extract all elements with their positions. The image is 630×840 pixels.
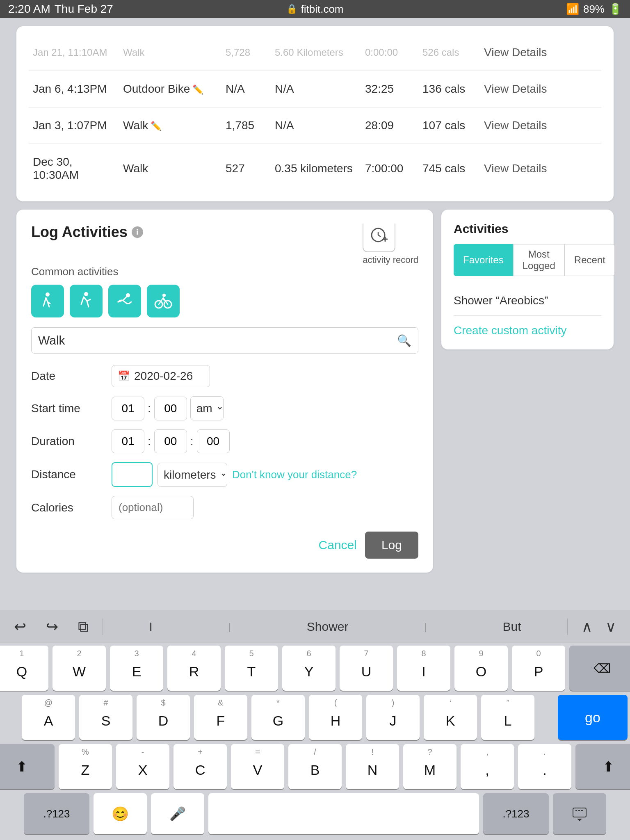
distance-input[interactable] [112,462,153,487]
activity-record-label: activity record [363,255,418,265]
swim-icon-btn[interactable] [108,285,141,317]
activity-calories: 107 cals [418,107,480,144]
key-e[interactable]: 3E [110,646,163,691]
walk-icon [38,291,57,311]
duration-row: Duration : : [31,429,418,453]
activity-type: Walk✏️ [119,107,221,144]
tab-favorites[interactable]: Favorites [454,244,513,276]
key-c[interactable]: +C [173,744,227,789]
log-form-card: activity record Log Activities i Common … [16,210,433,573]
lock-icon: 🔒 [286,4,297,14]
key-x[interactable]: -X [116,744,169,789]
space-key[interactable] [208,793,479,834]
unit-select[interactable]: kilometers miles [158,463,227,487]
run-icon-btn[interactable] [70,285,103,317]
key-f[interactable]: &F [194,695,247,740]
redo-button[interactable]: ↪ [40,614,64,639]
nav-up-button[interactable]: ∧ [576,614,598,639]
start-hour-input[interactable] [112,397,144,420]
key-h[interactable]: (H [309,695,362,740]
key-t[interactable]: 5T [225,646,278,691]
key-k[interactable]: ‘K [424,695,477,740]
go-key[interactable]: go [558,695,628,740]
activity-steps: N/A [221,71,271,107]
dont-know-distance-link[interactable]: Don't know your distance? [232,468,357,481]
key-u[interactable]: 7U [340,646,393,691]
ampm-select[interactable]: am pm [190,396,224,420]
walk-icon-btn[interactable] [31,285,64,317]
key-z[interactable]: %Z [59,744,112,789]
go-label: go [585,710,600,726]
calories-input[interactable] [112,496,194,519]
key-,[interactable]: ,, [461,744,514,789]
duration-secs-input[interactable] [197,429,230,453]
undo-button[interactable]: ↩ [8,614,32,639]
tab-most-logged[interactable]: Most Logged [513,244,565,276]
keyboard-row-1: @A#S$D&F*G(H)J‘K”Lgo [2,695,628,740]
mic-key[interactable]: 🎤 [151,793,204,834]
key-j[interactable]: )J [366,695,420,740]
suggestion-3[interactable]: But [502,620,521,634]
numbers-key-right[interactable]: .?123 [483,793,549,834]
numbers-key[interactable]: .?123 [24,793,89,834]
key-n[interactable]: !N [346,744,399,789]
key-w[interactable]: 2W [52,646,106,691]
date-value: 2020-02-26 [134,370,193,383]
view-details-link[interactable]: View Details [480,144,601,194]
suggestion-1[interactable]: I [149,620,152,634]
activity-distance: 0.35 kilometers [271,144,361,194]
key-b[interactable]: /B [288,744,342,789]
url: fitbit.com [301,3,343,16]
duration-mins-input[interactable] [154,429,187,453]
create-custom-activity-link[interactable]: Create custom activity [454,316,601,337]
key-a[interactable]: @A [22,695,75,740]
form-actions: Cancel Log [31,532,418,559]
key-.[interactable]: .. [518,744,571,789]
key-d[interactable]: $D [137,695,190,740]
key-l[interactable]: ”L [481,695,534,740]
activity-record-button[interactable]: activity record [363,224,418,265]
key-o[interactable]: 9O [454,646,508,691]
nav-down-button[interactable]: ∨ [600,614,622,639]
status-bar-center: 🔒 fitbit.com [286,3,343,16]
activities-panel: Activities FavoritesMost LoggedRecent Sh… [441,210,614,349]
cancel-button[interactable]: Cancel [319,538,357,552]
table-row: Jan 3, 1:07PM Walk✏️ 1,785 N/A 28:09 107… [29,107,601,144]
list-item[interactable]: Shower “Areobics” [454,286,601,316]
shift-key[interactable]: ⬆ [0,744,55,789]
bike-icon-btn[interactable] [147,285,180,317]
view-details-link[interactable]: View Details [480,107,601,144]
key-m[interactable]: ?M [403,744,457,789]
battery-icon: 🔋 [609,3,622,16]
backspace-key[interactable]: ⌫ [569,646,630,691]
keyboard-dismiss-key[interactable] [553,793,606,834]
activity-search-input[interactable] [38,333,397,347]
key-v[interactable]: =V [231,744,284,789]
view-details-link[interactable]: View Details [480,34,601,71]
date-input[interactable]: 📅 2020-02-26 [112,365,210,387]
log-button[interactable]: Log [365,532,418,559]
calories-label: Calories [31,501,105,514]
shift-right-key[interactable]: ⬆ [575,744,630,789]
copy-paste-button[interactable]: ⧉ [72,614,94,639]
view-details-link[interactable]: View Details [480,71,601,107]
key-p[interactable]: 0P [512,646,565,691]
emoji-key[interactable]: 😊 [94,793,147,834]
key-g[interactable]: *G [251,695,305,740]
key-q[interactable]: 1Q [0,646,48,691]
activity-record-icon [363,224,395,252]
info-icon[interactable]: i [132,226,143,238]
start-min-input[interactable] [154,397,187,420]
key-r[interactable]: 4R [167,646,221,691]
key-y[interactable]: 6Y [282,646,336,691]
key-s[interactable]: #S [79,695,132,740]
tab-recent[interactable]: Recent [565,244,615,276]
activity-duration: 7:00:00 [361,144,418,194]
status-bar: 2:20 AM Thu Feb 27 🔒 fitbit.com 📶 89% 🔋 [0,0,630,18]
activity-search-wrap[interactable]: 🔍 [31,327,418,354]
key-i[interactable]: 8I [397,646,450,691]
svg-point-6 [84,292,88,296]
duration-hours-input[interactable] [112,429,144,453]
activity-date: Jan 21, 11:10AM [29,34,119,71]
suggestion-2[interactable]: Shower [307,620,349,634]
